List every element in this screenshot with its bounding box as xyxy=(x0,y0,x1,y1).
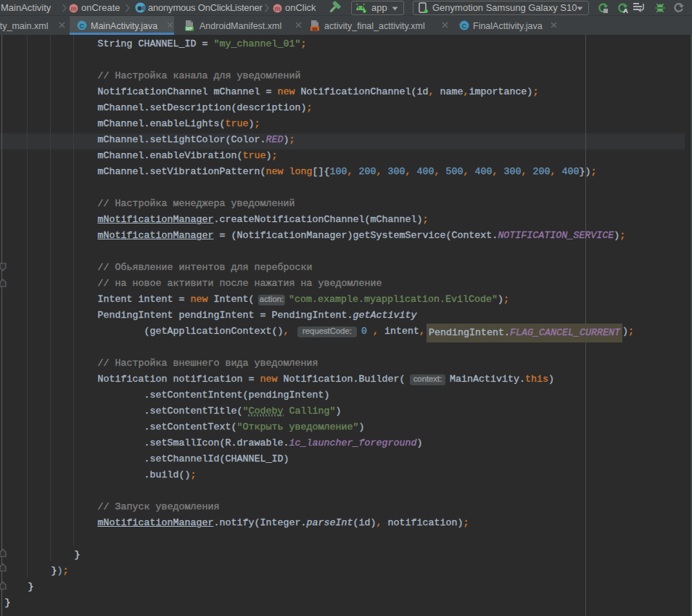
svg-text:ax: ax xyxy=(312,26,318,31)
svg-text:A: A xyxy=(623,7,628,14)
svg-text:MF: MF xyxy=(186,26,192,31)
svg-text:C: C xyxy=(80,22,85,30)
svg-text:C: C xyxy=(462,22,467,30)
svg-text:m: m xyxy=(70,4,76,12)
svg-text:m: m xyxy=(274,4,280,12)
